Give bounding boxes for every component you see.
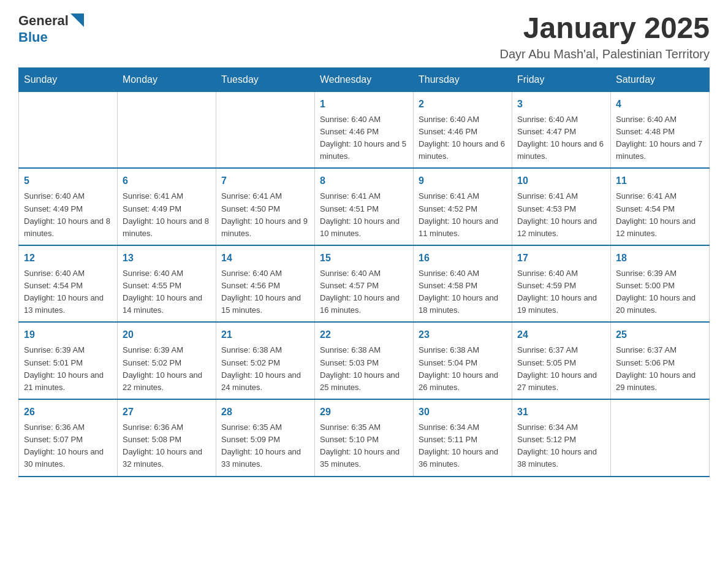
header-cell-saturday: Saturday <box>611 67 710 91</box>
calendar-cell: 14Sunrise: 6:40 AMSunset: 4:56 PMDayligh… <box>216 245 315 323</box>
day-info: Sunrise: 6:38 AMSunset: 5:04 PMDaylight:… <box>419 344 507 394</box>
calendar-week-3: 12Sunrise: 6:40 AMSunset: 4:54 PMDayligh… <box>19 245 710 323</box>
calendar-cell: 1Sunrise: 6:40 AMSunset: 4:46 PMDaylight… <box>315 91 414 168</box>
day-info: Sunrise: 6:41 AMSunset: 4:54 PMDaylight:… <box>616 190 704 240</box>
logo-text-general: General <box>18 13 69 29</box>
calendar-cell: 24Sunrise: 6:37 AMSunset: 5:05 PMDayligh… <box>512 322 611 399</box>
calendar-cell: 30Sunrise: 6:34 AMSunset: 5:11 PMDayligh… <box>414 399 512 477</box>
calendar-cell <box>19 91 118 168</box>
calendar-cell <box>118 91 216 168</box>
calendar-cell: 20Sunrise: 6:39 AMSunset: 5:02 PMDayligh… <box>118 322 216 399</box>
day-number: 15 <box>320 251 408 266</box>
day-number: 29 <box>320 405 408 419</box>
day-number: 27 <box>123 405 211 419</box>
calendar-cell: 6Sunrise: 6:41 AMSunset: 4:49 PMDaylight… <box>118 168 216 245</box>
day-number: 11 <box>616 174 704 188</box>
day-info: Sunrise: 6:35 AMSunset: 5:09 PMDaylight:… <box>221 421 309 471</box>
day-info: Sunrise: 6:40 AMSunset: 4:56 PMDaylight:… <box>221 267 309 317</box>
calendar-cell: 15Sunrise: 6:40 AMSunset: 4:57 PMDayligh… <box>315 245 414 323</box>
calendar-week-4: 19Sunrise: 6:39 AMSunset: 5:01 PMDayligh… <box>19 322 710 399</box>
day-number: 14 <box>221 251 309 266</box>
day-number: 24 <box>517 327 605 342</box>
calendar-cell: 29Sunrise: 6:35 AMSunset: 5:10 PMDayligh… <box>315 399 414 477</box>
header-cell-sunday: Sunday <box>19 67 118 91</box>
calendar-body: 1Sunrise: 6:40 AMSunset: 4:46 PMDaylight… <box>19 91 710 476</box>
logo: General Blue <box>18 12 84 45</box>
day-info: Sunrise: 6:37 AMSunset: 5:05 PMDaylight:… <box>517 344 605 394</box>
main-title: January 2025 <box>500 12 710 45</box>
day-info: Sunrise: 6:34 AMSunset: 5:11 PMDaylight:… <box>419 421 507 471</box>
day-info: Sunrise: 6:36 AMSunset: 5:07 PMDaylight:… <box>24 421 112 471</box>
subtitle: Dayr Abu Mash'al, Palestinian Territory <box>500 47 710 61</box>
calendar-table: SundayMondayTuesdayWednesdayThursdayFrid… <box>18 67 710 477</box>
day-info: Sunrise: 6:40 AMSunset: 4:54 PMDaylight:… <box>24 267 112 317</box>
calendar-cell: 13Sunrise: 6:40 AMSunset: 4:55 PMDayligh… <box>118 245 216 323</box>
day-info: Sunrise: 6:40 AMSunset: 4:59 PMDaylight:… <box>517 267 605 317</box>
calendar-week-5: 26Sunrise: 6:36 AMSunset: 5:07 PMDayligh… <box>19 399 710 477</box>
calendar-cell: 18Sunrise: 6:39 AMSunset: 5:00 PMDayligh… <box>611 245 710 323</box>
day-info: Sunrise: 6:40 AMSunset: 4:57 PMDaylight:… <box>320 267 408 317</box>
day-number: 8 <box>320 174 408 188</box>
day-number: 6 <box>123 174 211 188</box>
day-info: Sunrise: 6:39 AMSunset: 5:00 PMDaylight:… <box>616 267 704 317</box>
day-info: Sunrise: 6:40 AMSunset: 4:47 PMDaylight:… <box>517 113 605 163</box>
calendar-week-1: 1Sunrise: 6:40 AMSunset: 4:46 PMDaylight… <box>19 91 710 168</box>
calendar-header: SundayMondayTuesdayWednesdayThursdayFrid… <box>19 67 710 91</box>
day-info: Sunrise: 6:40 AMSunset: 4:49 PMDaylight:… <box>24 190 112 240</box>
header-cell-wednesday: Wednesday <box>315 67 414 91</box>
header-cell-monday: Monday <box>118 67 216 91</box>
calendar-cell: 21Sunrise: 6:38 AMSunset: 5:02 PMDayligh… <box>216 322 315 399</box>
calendar-cell: 11Sunrise: 6:41 AMSunset: 4:54 PMDayligh… <box>611 168 710 245</box>
day-number: 21 <box>221 327 309 342</box>
day-number: 5 <box>24 174 112 188</box>
day-number: 10 <box>517 174 605 188</box>
calendar-cell: 31Sunrise: 6:34 AMSunset: 5:12 PMDayligh… <box>512 399 611 477</box>
day-info: Sunrise: 6:37 AMSunset: 5:06 PMDaylight:… <box>616 344 704 394</box>
calendar-cell: 9Sunrise: 6:41 AMSunset: 4:52 PMDaylight… <box>414 168 512 245</box>
day-number: 31 <box>517 405 605 419</box>
day-info: Sunrise: 6:39 AMSunset: 5:02 PMDaylight:… <box>123 344 211 394</box>
day-number: 28 <box>221 405 309 419</box>
day-info: Sunrise: 6:41 AMSunset: 4:50 PMDaylight:… <box>221 190 309 240</box>
calendar-cell: 19Sunrise: 6:39 AMSunset: 5:01 PMDayligh… <box>19 322 118 399</box>
calendar-cell: 28Sunrise: 6:35 AMSunset: 5:09 PMDayligh… <box>216 399 315 477</box>
header-cell-friday: Friday <box>512 67 611 91</box>
day-number: 23 <box>419 327 507 342</box>
day-number: 16 <box>419 251 507 266</box>
day-info: Sunrise: 6:40 AMSunset: 4:48 PMDaylight:… <box>616 113 704 163</box>
day-number: 3 <box>517 97 605 112</box>
day-info: Sunrise: 6:41 AMSunset: 4:53 PMDaylight:… <box>517 190 605 240</box>
page-header: General Blue January 2025 Dayr Abu Mash'… <box>18 12 710 61</box>
header-cell-tuesday: Tuesday <box>216 67 315 91</box>
day-info: Sunrise: 6:34 AMSunset: 5:12 PMDaylight:… <box>517 421 605 471</box>
day-number: 19 <box>24 327 112 342</box>
calendar-cell: 27Sunrise: 6:36 AMSunset: 5:08 PMDayligh… <box>118 399 216 477</box>
title-section: January 2025 Dayr Abu Mash'al, Palestini… <box>500 12 710 61</box>
svg-marker-0 <box>70 13 84 27</box>
logo-triangle-icon <box>70 13 84 27</box>
calendar-cell: 26Sunrise: 6:36 AMSunset: 5:07 PMDayligh… <box>19 399 118 477</box>
day-info: Sunrise: 6:40 AMSunset: 4:58 PMDaylight:… <box>419 267 507 317</box>
calendar-cell: 22Sunrise: 6:38 AMSunset: 5:03 PMDayligh… <box>315 322 414 399</box>
day-info: Sunrise: 6:41 AMSunset: 4:52 PMDaylight:… <box>419 190 507 240</box>
calendar-cell: 16Sunrise: 6:40 AMSunset: 4:58 PMDayligh… <box>414 245 512 323</box>
day-number: 26 <box>24 405 112 419</box>
calendar-cell <box>216 91 315 168</box>
day-number: 12 <box>24 251 112 266</box>
calendar-cell: 7Sunrise: 6:41 AMSunset: 4:50 PMDaylight… <box>216 168 315 245</box>
calendar-cell: 8Sunrise: 6:41 AMSunset: 4:51 PMDaylight… <box>315 168 414 245</box>
calendar-cell <box>611 399 710 477</box>
day-info: Sunrise: 6:40 AMSunset: 4:55 PMDaylight:… <box>123 267 211 317</box>
day-number: 20 <box>123 327 211 342</box>
day-info: Sunrise: 6:35 AMSunset: 5:10 PMDaylight:… <box>320 421 408 471</box>
day-info: Sunrise: 6:38 AMSunset: 5:02 PMDaylight:… <box>221 344 309 394</box>
day-number: 22 <box>320 327 408 342</box>
day-number: 9 <box>419 174 507 188</box>
calendar-cell: 2Sunrise: 6:40 AMSunset: 4:46 PMDaylight… <box>414 91 512 168</box>
logo-text-blue: Blue <box>18 29 48 45</box>
day-info: Sunrise: 6:40 AMSunset: 4:46 PMDaylight:… <box>419 113 507 163</box>
header-row: SundayMondayTuesdayWednesdayThursdayFrid… <box>19 67 710 91</box>
day-number: 30 <box>419 405 507 419</box>
calendar-cell: 3Sunrise: 6:40 AMSunset: 4:47 PMDaylight… <box>512 91 611 168</box>
day-number: 13 <box>123 251 211 266</box>
